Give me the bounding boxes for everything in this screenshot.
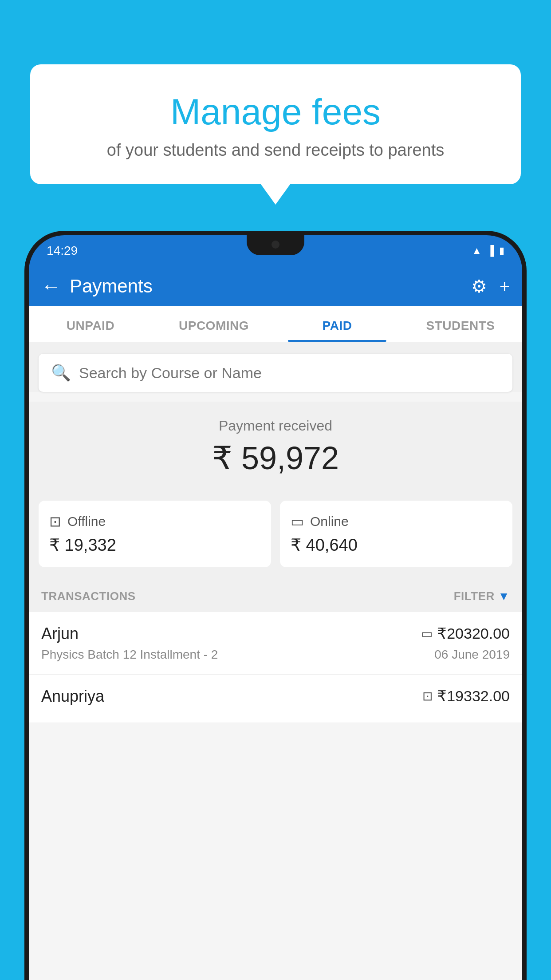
payment-label: Payment received bbox=[41, 418, 510, 434]
page-title: Payments bbox=[70, 276, 471, 297]
signal-icon: ▐ bbox=[487, 245, 494, 257]
transaction-amount: ₹20320.00 bbox=[437, 624, 510, 642]
filter-label: FILTER bbox=[454, 589, 495, 603]
settings-icon[interactable]: ⚙ bbox=[471, 276, 487, 296]
payment-summary: Payment received ₹ 59,972 bbox=[29, 402, 522, 491]
transaction-detail-1: Physics Batch 12 Installment - 2 06 June… bbox=[41, 648, 510, 662]
online-card: ▭ Online ₹ 40,640 bbox=[280, 501, 512, 567]
payment-cards: ⊡ Offline ₹ 19,332 ▭ Online ₹ 40,640 bbox=[29, 491, 522, 577]
filter-icon: ▼ bbox=[498, 589, 510, 603]
online-payment-icon: ▭ bbox=[421, 626, 433, 641]
online-card-header: ▭ Online bbox=[291, 513, 502, 530]
payment-amount: ₹ 59,972 bbox=[41, 439, 510, 477]
tab-students[interactable]: STUDENTS bbox=[399, 306, 522, 342]
transactions-header: TRANSACTIONS FILTER ▼ bbox=[29, 577, 522, 612]
speech-bubble: Manage fees of your students and send re… bbox=[30, 64, 521, 184]
transaction-row-1: Arjun ▭ ₹20320.00 bbox=[41, 624, 510, 643]
transaction-row-2: Anupriya ⊡ ₹19332.00 bbox=[41, 687, 510, 706]
camera-dot bbox=[272, 241, 279, 249]
search-input[interactable] bbox=[79, 364, 500, 382]
battery-icon: ▮ bbox=[499, 245, 504, 257]
offline-label: Offline bbox=[67, 514, 106, 529]
transaction-course: Physics Batch 12 Installment - 2 bbox=[41, 648, 218, 662]
status-time: 14:29 bbox=[47, 244, 78, 258]
tab-unpaid[interactable]: UNPAID bbox=[29, 306, 152, 342]
offline-amount: ₹ 19,332 bbox=[49, 535, 260, 555]
notch bbox=[247, 235, 304, 255]
top-bar-actions: ⚙ + bbox=[471, 276, 510, 296]
bubble-subtitle: of your students and send receipts to pa… bbox=[57, 141, 494, 160]
online-label: Online bbox=[310, 514, 349, 529]
filter-button[interactable]: FILTER ▼ bbox=[454, 589, 510, 603]
transaction-date: 06 June 2019 bbox=[434, 648, 510, 662]
wifi-icon: ▲ bbox=[472, 245, 482, 257]
online-icon: ▭ bbox=[291, 513, 304, 530]
bubble-title: Manage fees bbox=[57, 91, 494, 133]
search-icon: 🔍 bbox=[51, 364, 71, 382]
status-bar: 14:29 ▲ ▐ ▮ bbox=[29, 235, 522, 266]
add-icon[interactable]: + bbox=[500, 277, 510, 296]
transaction-name: Arjun bbox=[41, 624, 79, 643]
transaction-amount-2: ₹19332.00 bbox=[437, 687, 510, 705]
app-screen: ← Payments ⚙ + UNPAID UPCOMING PAID STUD… bbox=[29, 266, 522, 980]
status-icons: ▲ ▐ ▮ bbox=[472, 245, 504, 257]
tab-paid[interactable]: PAID bbox=[276, 306, 399, 342]
transaction-name-2: Anupriya bbox=[41, 687, 104, 706]
back-button[interactable]: ← bbox=[41, 275, 61, 297]
phone-inner: 14:29 ▲ ▐ ▮ ← Payments ⚙ + UNPAID UPCOM bbox=[29, 235, 522, 980]
phone-frame: 14:29 ▲ ▐ ▮ ← Payments ⚙ + UNPAID UPCOM bbox=[24, 231, 527, 980]
online-amount: ₹ 40,640 bbox=[291, 535, 502, 555]
table-row[interactable]: Arjun ▭ ₹20320.00 Physics Batch 12 Insta… bbox=[29, 612, 522, 675]
offline-card: ⊡ Offline ₹ 19,332 bbox=[39, 501, 271, 567]
transactions-label: TRANSACTIONS bbox=[41, 589, 136, 603]
search-bar[interactable]: 🔍 bbox=[39, 354, 512, 392]
tab-upcoming[interactable]: UPCOMING bbox=[152, 306, 276, 342]
offline-payment-icon: ⊡ bbox=[422, 689, 433, 703]
top-bar: ← Payments ⚙ + bbox=[29, 266, 522, 306]
transaction-amount-row-2: ⊡ ₹19332.00 bbox=[422, 687, 510, 705]
transaction-list: Arjun ▭ ₹20320.00 Physics Batch 12 Insta… bbox=[29, 612, 522, 723]
table-row[interactable]: Anupriya ⊡ ₹19332.00 bbox=[29, 675, 522, 723]
offline-icon: ⊡ bbox=[49, 513, 61, 530]
tabs-bar: UNPAID UPCOMING PAID STUDENTS bbox=[29, 306, 522, 342]
offline-card-header: ⊡ Offline bbox=[49, 513, 260, 530]
transaction-amount-row: ▭ ₹20320.00 bbox=[421, 624, 510, 642]
